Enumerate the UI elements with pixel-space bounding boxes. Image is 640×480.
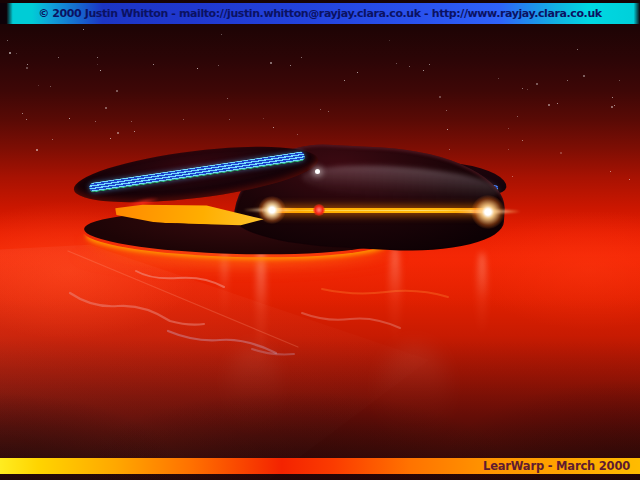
- red-marker-light: [313, 204, 325, 216]
- header-banner: © 2000 Justin Whitton - mailto://justin.…: [0, 3, 640, 24]
- title-date-text: LearWarp - March 2000: [483, 459, 630, 473]
- render-canvas: © 2000 Justin Whitton - mailto://justin.…: [0, 0, 640, 480]
- engine-flare: [258, 196, 286, 224]
- nose-flare: [471, 195, 505, 229]
- footer-banner: LearWarp - March 2000: [0, 458, 640, 474]
- spaceship: [0, 0, 640, 480]
- engine-stripe-core: [270, 210, 486, 212]
- copyright-text: © 2000 Justin Whitton - mailto://justin.…: [38, 7, 602, 20]
- white-beacon-light: [315, 169, 320, 174]
